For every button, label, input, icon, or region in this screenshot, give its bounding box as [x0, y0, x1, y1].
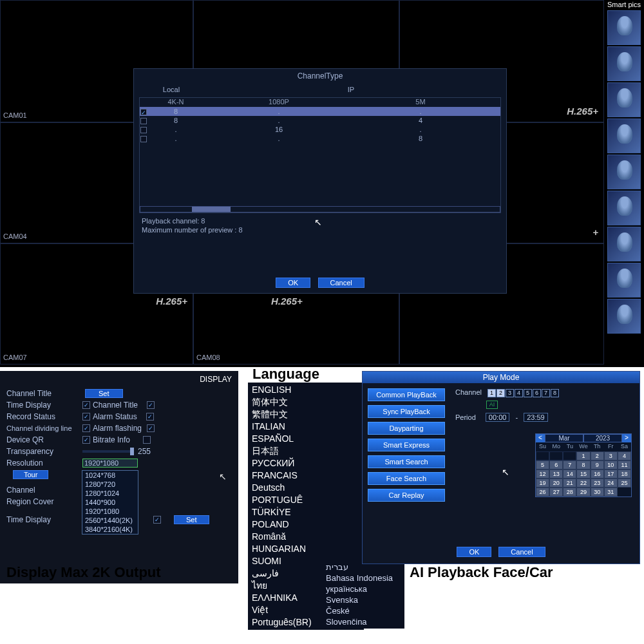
face-thumb[interactable]	[607, 155, 641, 189]
language-item[interactable]: ITALIAN	[252, 421, 360, 433]
cal-day[interactable]: 9	[591, 460, 604, 469]
resolution-select[interactable]: 1920*1080	[82, 459, 138, 468]
prev-month-button[interactable]: <	[536, 434, 545, 442]
language-list-2[interactable]: עבריתBahasa IndonesiaукраїнськаSvenskaČe…	[322, 560, 404, 629]
cal-day[interactable]: 3	[604, 451, 618, 460]
language-item[interactable]: ENGLISH	[252, 384, 360, 396]
dropdown-item[interactable]: 1280*1024	[82, 489, 138, 498]
cal-day[interactable]: 27	[549, 488, 563, 497]
cal-day[interactable]: 15	[576, 469, 590, 478]
dropdown-item[interactable]: 1440*900	[82, 498, 138, 507]
cal-day[interactable]: 10	[604, 460, 618, 469]
ok-button[interactable]: OK	[457, 547, 491, 557]
cal-day[interactable]: 31	[604, 488, 618, 497]
face-thumb[interactable]	[607, 46, 641, 81]
cal-day[interactable]: 21	[563, 478, 576, 488]
language-item[interactable]: TÜRKİYE	[252, 506, 360, 518]
bitrate-info-checkbox[interactable]	[143, 436, 151, 444]
cal-day[interactable]: 1	[576, 451, 590, 460]
cal-day[interactable]: 20	[549, 478, 563, 488]
language-item[interactable]: ESPAÑOL	[252, 433, 360, 445]
face-thumb[interactable]	[607, 227, 641, 261]
language-item[interactable]: POLAND	[252, 518, 360, 531]
dropdown-item[interactable]: 3840*2160(4K)	[82, 525, 138, 534]
table-row[interactable]: .16.	[140, 125, 500, 134]
dropdown-item[interactable]: 1024*768	[82, 471, 138, 480]
cal-day[interactable]: 17	[604, 469, 618, 478]
face-thumb[interactable]	[607, 82, 641, 117]
language-item[interactable]: Svenska	[326, 594, 401, 605]
cal-day[interactable]: 6	[549, 460, 563, 469]
channel-all[interactable]: AI	[486, 401, 498, 409]
device-qr-checkbox[interactable]	[82, 436, 90, 444]
channel-box[interactable]: 1	[488, 389, 496, 397]
cal-day[interactable]: 4	[618, 451, 631, 460]
alarm-status-checkbox[interactable]	[146, 413, 154, 421]
language-item[interactable]: 简体中文	[252, 396, 360, 408]
channel-box[interactable]: 7	[542, 389, 550, 397]
cal-day[interactable]: 12	[536, 469, 549, 478]
cal-day[interactable]: 16	[591, 469, 604, 478]
channel-box[interactable]: 3	[506, 389, 514, 397]
cal-day[interactable]: 5	[536, 460, 549, 469]
time-display-checkbox[interactable]	[82, 401, 90, 409]
cal-day[interactable]: 2	[591, 451, 604, 460]
ok-button[interactable]: OK	[276, 278, 310, 288]
set-button[interactable]: Set	[85, 389, 123, 398]
table-row[interactable]: 8.4	[140, 116, 500, 125]
language-item[interactable]: FRANCAIS	[252, 469, 360, 482]
language-item[interactable]: 繁體中文	[252, 408, 360, 421]
face-thumb[interactable]	[607, 299, 641, 334]
channel-dividing-checkbox[interactable]	[82, 424, 90, 432]
cal-day[interactable]: 29	[576, 488, 590, 497]
play-mode-button[interactable]: Car Replay	[368, 489, 445, 502]
dropdown-item[interactable]: 1920*1080	[82, 507, 138, 516]
face-thumb[interactable]	[607, 10, 641, 45]
channel-title-checkbox[interactable]	[147, 401, 155, 409]
set-button[interactable]: Set	[174, 515, 209, 524]
time-display2-checkbox[interactable]	[153, 516, 161, 524]
table-row[interactable]: 8..	[140, 107, 500, 116]
play-mode-button[interactable]: Smart Express	[368, 439, 445, 451]
face-thumb[interactable]	[607, 263, 641, 298]
record-status-checkbox[interactable]	[82, 413, 90, 421]
cal-day[interactable]: 22	[576, 478, 590, 488]
cal-day[interactable]: 24	[604, 478, 618, 488]
cal-day[interactable]: 25	[618, 478, 631, 488]
cal-day[interactable]: 14	[563, 469, 576, 478]
play-mode-button[interactable]: Dayparting	[368, 422, 445, 435]
cancel-button[interactable]: Cancel	[498, 547, 545, 557]
channel-box[interactable]: 8	[551, 389, 559, 397]
language-item[interactable]: PORTUGUÊ	[252, 494, 360, 506]
language-item[interactable]: Slovenčina	[326, 616, 401, 627]
period-to[interactable]: 23:59	[524, 413, 548, 422]
language-item[interactable]: Română	[252, 531, 360, 543]
period-from[interactable]: 00:00	[486, 413, 510, 422]
play-mode-button[interactable]: Sync PlayBack	[368, 405, 445, 418]
cal-day[interactable]: 26	[536, 488, 549, 497]
play-mode-button[interactable]: Smart Search	[368, 455, 445, 468]
cal-day[interactable]: 7	[563, 460, 576, 469]
face-thumb[interactable]	[607, 118, 641, 153]
next-month-button[interactable]: >	[622, 434, 631, 442]
cal-day[interactable]: 18	[618, 469, 631, 478]
dropdown-item[interactable]: 2560*1440(2K)	[82, 516, 138, 525]
play-mode-button[interactable]: Face Search	[368, 472, 445, 485]
channel-box[interactable]: 6	[533, 389, 541, 397]
tour-button[interactable]: Tour	[13, 470, 48, 479]
cal-day[interactable]: 11	[618, 460, 631, 469]
channel-box[interactable]: 4	[515, 389, 523, 397]
resolution-dropdown[interactable]: 1024*7681280*7201280*10241440*9001920*10…	[82, 470, 138, 535]
language-item[interactable]: HUNGARIAN	[252, 543, 360, 555]
language-item[interactable]: РУССКИЙ	[252, 457, 360, 469]
year-select[interactable]: 2023	[583, 434, 622, 442]
cal-day[interactable]: 8	[576, 460, 590, 469]
cal-day[interactable]: 13	[549, 469, 563, 478]
month-select[interactable]: Mar	[545, 434, 583, 442]
alarm-flashing-checkbox[interactable]	[147, 424, 155, 432]
cancel-button[interactable]: Cancel	[318, 278, 365, 288]
channel-box[interactable]: 2	[497, 389, 505, 397]
cal-day[interactable]: 23	[591, 478, 604, 488]
transparency-slider[interactable]	[82, 450, 134, 453]
channel-box[interactable]: 5	[524, 389, 532, 397]
